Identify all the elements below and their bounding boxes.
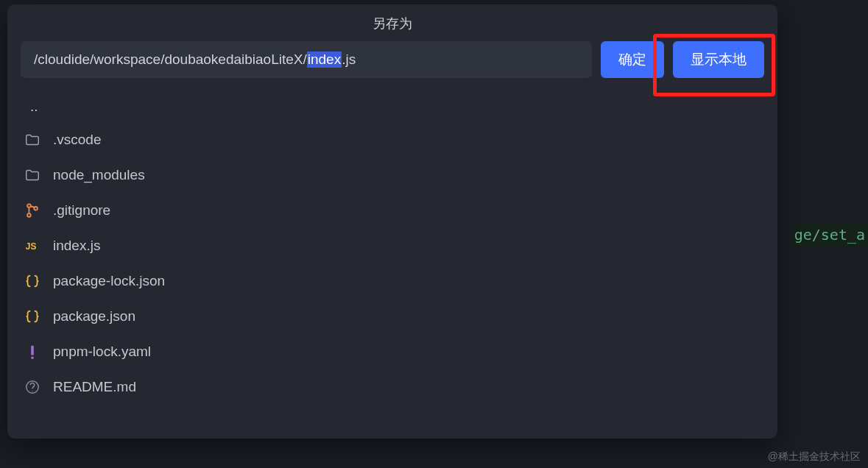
svg-text:JS: JS	[26, 241, 37, 252]
svg-rect-4	[31, 346, 34, 355]
file-name: .gitignore	[53, 202, 110, 219]
file-name: node_modules	[53, 167, 145, 183]
folder-icon	[24, 166, 41, 184]
input-row: /cloudide/workspace/doubaokedaibiaoLiteX…	[7, 41, 777, 78]
show-local-button[interactable]: 显示本地	[673, 41, 764, 78]
save-as-dialog: 另存为 /cloudide/workspace/doubaokedaibiaoL…	[7, 4, 777, 439]
file-name: README.md	[53, 379, 136, 395]
list-item[interactable]: node_modules	[24, 157, 761, 193]
list-item[interactable]: pnpm-lock.yaml	[24, 334, 761, 369]
file-list: .. .vscode node_modules .gitignore JS in…	[7, 91, 777, 405]
path-prefix: /cloudide/workspace/doubaokedaibiaoLiteX…	[34, 52, 307, 68]
list-item[interactable]: JS index.js	[24, 228, 761, 263]
background-code-fragment: ge/set_a	[791, 223, 868, 247]
json-icon	[24, 272, 41, 290]
path-suffix: .js	[342, 52, 356, 68]
js-icon: JS	[24, 237, 41, 255]
list-item[interactable]: .vscode	[24, 122, 761, 157]
file-name: package.json	[53, 308, 135, 325]
readme-icon	[24, 378, 41, 396]
file-name: .vscode	[53, 132, 101, 148]
list-item[interactable]: README.md	[24, 369, 761, 405]
folder-icon	[24, 131, 41, 149]
file-name: package-lock.json	[53, 273, 165, 289]
list-item[interactable]: .gitignore	[24, 193, 761, 228]
path-selected-text: index	[307, 52, 342, 68]
svg-point-0	[27, 204, 31, 208]
dialog-title: 另存为	[7, 4, 777, 41]
svg-point-5	[31, 356, 34, 359]
list-item[interactable]: package.json	[24, 299, 761, 334]
file-name: pnpm-lock.yaml	[53, 344, 151, 360]
yaml-icon	[24, 343, 41, 361]
parent-directory[interactable]: ..	[24, 91, 761, 122]
json-icon	[24, 308, 41, 325]
parent-label: ..	[30, 99, 38, 115]
list-item[interactable]: package-lock.json	[24, 263, 761, 299]
watermark: @稀土掘金技术社区	[768, 450, 861, 464]
path-input[interactable]: /cloudide/workspace/doubaokedaibiaoLiteX…	[21, 41, 592, 78]
git-icon	[24, 202, 41, 219]
svg-point-1	[27, 213, 31, 217]
confirm-button[interactable]: 确定	[601, 41, 664, 78]
file-name: index.js	[53, 238, 100, 254]
